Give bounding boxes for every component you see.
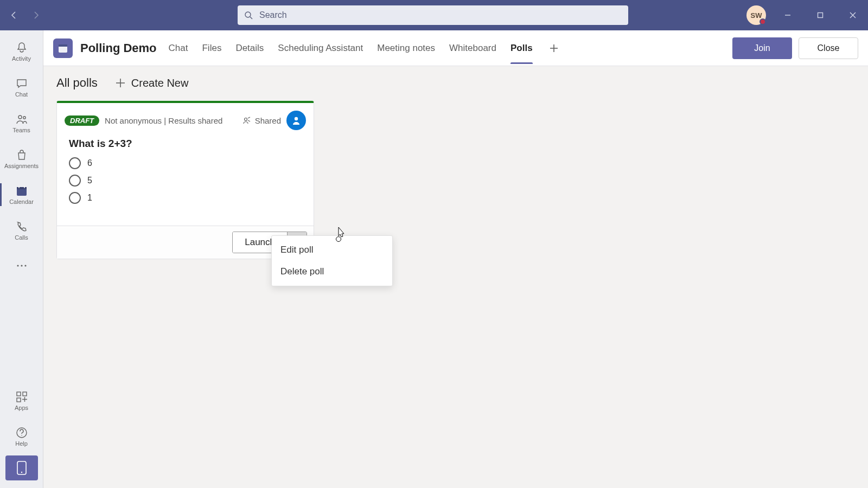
chevron-right-icon <box>31 11 40 20</box>
chevron-left-icon <box>10 11 18 20</box>
chat-icon <box>15 77 28 90</box>
page-title: All polls <box>56 76 98 90</box>
add-tab-button[interactable] <box>547 43 561 53</box>
svg-point-6 <box>18 115 22 119</box>
rail-label: Apps <box>15 404 28 411</box>
bag-icon <box>15 149 28 162</box>
maximize-button[interactable] <box>809 5 831 25</box>
poll-meta: Not anonymous | Results shared <box>105 116 222 125</box>
person-icon <box>291 115 302 126</box>
svg-rect-22 <box>59 44 67 47</box>
dropdown-edit-poll[interactable]: Edit poll <box>272 239 392 261</box>
share-icon <box>242 115 252 125</box>
apps-icon <box>15 390 28 403</box>
svg-point-28 <box>295 117 298 120</box>
tab-chat[interactable]: Chat <box>169 33 188 63</box>
svg-point-0 <box>245 12 251 17</box>
rail-calendar[interactable]: Calendar <box>2 178 41 211</box>
svg-rect-17 <box>17 398 21 402</box>
tabs: Chat Files Details Scheduling Assistant … <box>169 33 561 63</box>
svg-point-20 <box>21 472 22 473</box>
plus-icon <box>115 78 126 88</box>
tab-details[interactable]: Details <box>235 33 264 63</box>
rail-activity[interactable]: Activity <box>2 35 41 68</box>
svg-rect-9 <box>17 187 27 189</box>
svg-point-13 <box>21 265 22 266</box>
tab-meeting-notes[interactable]: Meeting notes <box>377 33 435 63</box>
poll-option[interactable]: 1 <box>69 192 302 204</box>
svg-line-1 <box>250 17 252 19</box>
plus-icon <box>549 43 559 53</box>
rail-label: Chat <box>15 91 28 98</box>
rail-apps[interactable]: Apps <box>2 384 41 418</box>
tab-whiteboard[interactable]: Whiteboard <box>449 33 496 63</box>
app-rail: Activity Chat Teams Assignments Calendar… <box>0 30 43 488</box>
poll-options: 6 5 1 <box>57 157 314 226</box>
option-label: 1 <box>87 193 92 203</box>
tab-files[interactable]: Files <box>202 33 221 63</box>
minimize-button[interactable] <box>777 5 799 25</box>
create-new-label: Create New <box>131 77 189 89</box>
rail-more[interactable] <box>2 249 41 283</box>
rail-chat[interactable]: Chat <box>2 70 41 104</box>
shared-label: Shared <box>255 116 281 125</box>
rail-calls[interactable]: Calls <box>2 214 41 247</box>
radio-icon <box>69 157 81 169</box>
rail-label: Activity <box>12 55 31 62</box>
content-area: Polling Demo Chat Files Details Scheduli… <box>43 30 868 488</box>
svg-point-7 <box>23 117 25 119</box>
forward-button[interactable] <box>26 5 46 25</box>
radio-icon <box>69 175 81 187</box>
option-label: 6 <box>87 158 92 168</box>
rail-assignments[interactable]: Assignments <box>2 142 41 176</box>
launch-dropdown-menu: Edit poll Delete poll <box>271 235 393 286</box>
presence-busy-icon <box>760 18 766 25</box>
svg-rect-15 <box>17 392 21 396</box>
minimize-icon <box>784 11 792 19</box>
shared-indicator: Shared <box>242 115 281 125</box>
phone-icon <box>15 220 28 233</box>
svg-rect-3 <box>818 13 823 18</box>
option-label: 5 <box>87 176 92 185</box>
title-bar: SW <box>0 0 868 30</box>
dropdown-delete-poll[interactable]: Delete poll <box>272 261 392 282</box>
close-window-button[interactable] <box>842 5 864 25</box>
mobile-icon <box>17 461 27 475</box>
join-button[interactable]: Join <box>732 37 792 59</box>
help-icon <box>15 426 28 439</box>
meeting-title: Polling Demo <box>80 41 157 55</box>
rail-help[interactable]: Help <box>2 420 41 453</box>
back-button[interactable] <box>4 5 24 25</box>
poll-option[interactable]: 6 <box>69 157 302 169</box>
create-new-button[interactable]: Create New <box>115 77 189 89</box>
maximize-icon <box>816 11 824 19</box>
owner-avatar[interactable] <box>286 111 306 130</box>
svg-point-12 <box>17 265 18 266</box>
calendar-icon <box>15 184 28 197</box>
close-button[interactable]: Close <box>799 37 858 59</box>
more-icon <box>15 259 28 272</box>
rail-label: Calls <box>15 234 28 241</box>
meeting-icon <box>53 38 73 58</box>
tab-bar: Polling Demo Chat Files Details Scheduli… <box>43 30 868 66</box>
rail-teams[interactable]: Teams <box>2 106 41 140</box>
teams-icon <box>15 113 28 126</box>
calendar-small-icon <box>58 43 68 54</box>
rail-label: Help <box>15 440 28 447</box>
rail-label: Calendar <box>9 198 34 205</box>
svg-point-27 <box>244 118 247 121</box>
search-container <box>238 5 628 25</box>
rail-mobile-app[interactable] <box>5 455 38 480</box>
poll-option[interactable]: 5 <box>69 175 302 187</box>
rail-label: Assignments <box>4 163 39 169</box>
search-input[interactable] <box>238 5 628 25</box>
bell-icon <box>15 41 28 54</box>
rail-label: Teams <box>12 127 30 133</box>
radio-icon <box>69 192 81 204</box>
tab-scheduling-assistant[interactable]: Scheduling Assistant <box>278 33 363 63</box>
avatar-initials: SW <box>751 11 762 20</box>
polls-page: All polls Create New DRAFT Not anonymous… <box>43 66 868 488</box>
user-avatar[interactable]: SW <box>746 5 766 25</box>
tab-polls[interactable]: Polls <box>510 33 533 63</box>
svg-rect-16 <box>23 392 27 396</box>
